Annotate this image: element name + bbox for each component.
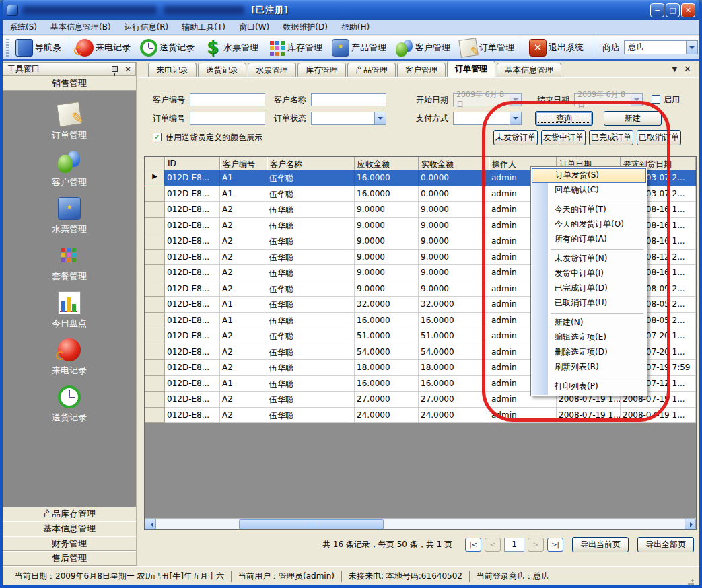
tab-inventory-management[interactable]: 库存管理: [297, 63, 346, 77]
tab-delivery-records[interactable]: 送货记录: [198, 63, 246, 77]
menu-basic-info-management[interactable]: 基本信息管理(B): [44, 20, 118, 34]
sidebar-section-after-sales[interactable]: 售后管理: [3, 551, 136, 566]
table-row[interactable]: 012D-E8... A2 伍华聪 24.0000 24.0000 admin …: [145, 408, 696, 424]
page-number-input[interactable]: [504, 538, 524, 552]
sidebar-close-icon[interactable]: ✕: [125, 65, 131, 74]
row-selector-cell[interactable]: [145, 313, 165, 329]
row-selector-cell[interactable]: [145, 281, 165, 297]
first-page-button[interactable]: |<: [465, 538, 481, 552]
tab-call-records[interactable]: 来电记录: [148, 63, 197, 77]
toolbar-grip[interactable]: [6, 39, 9, 57]
sidebar-delivery-records[interactable]: 送货记录: [52, 385, 87, 424]
context-item-refresh-list[interactable]: 刷新列表(R): [532, 360, 646, 375]
context-item-all-orders[interactable]: 所有的订单(A): [532, 232, 646, 247]
context-item-shipping-orders[interactable]: 发货中订单(I): [532, 266, 646, 281]
menu-runtime-info[interactable]: 运行信息(R): [118, 20, 176, 34]
context-item-new[interactable]: 新建(N): [532, 316, 646, 330]
order-no-input[interactable]: [190, 112, 265, 125]
context-item-edit-selected[interactable]: 编辑选定项(E): [532, 330, 646, 345]
customer-no-input[interactable]: [190, 93, 265, 106]
table-header-cell[interactable]: [145, 157, 165, 170]
chevron-down-icon[interactable]: [510, 112, 521, 124]
button-cancelled-orders[interactable]: 已取消订单: [637, 130, 681, 145]
row-selector-cell[interactable]: [145, 218, 165, 234]
search-button[interactable]: 查询: [535, 111, 593, 126]
scroll-left-arrow-icon[interactable]: [145, 519, 156, 529]
toolbar-inventory-management[interactable]: 库存管理: [263, 37, 327, 59]
maximize-button[interactable]: □: [666, 3, 680, 17]
row-selector-cell[interactable]: ▶: [145, 170, 165, 186]
sidebar-section-product-inventory[interactable]: 产品库存管理: [3, 507, 136, 521]
tab-product-management[interactable]: 产品管理: [347, 63, 396, 77]
horizontal-scrollbar[interactable]: [145, 518, 696, 529]
context-separator[interactable]: [551, 247, 646, 252]
row-selector-cell[interactable]: [145, 233, 165, 250]
toolbar-customer-management[interactable]: 客户管理: [391, 37, 455, 59]
menu-auxiliary-tools[interactable]: 辅助工具(T): [175, 20, 232, 34]
sidebar-section-basic-info[interactable]: 基本信息管理: [3, 521, 136, 536]
order-status-select[interactable]: [311, 112, 386, 125]
context-separator[interactable]: [551, 375, 646, 379]
sidebar-call-records[interactable]: 来电记录: [52, 338, 87, 377]
toolbar-water-ticket-management[interactable]: 水票管理: [199, 37, 263, 59]
row-selector-cell[interactable]: [145, 202, 165, 218]
delivery-color-checkbox[interactable]: ✓: [153, 133, 162, 141]
tab-water-ticket-management[interactable]: 水票管理: [248, 63, 296, 77]
export-all-pages-button[interactable]: 导出全部页: [637, 537, 694, 552]
toolbar-order-management[interactable]: 订单管理: [455, 37, 519, 59]
button-unshipped-orders[interactable]: 未发货订单: [493, 130, 538, 145]
minimize-button[interactable]: ─: [650, 3, 664, 17]
table-header-cell[interactable]: 客户编号: [220, 157, 267, 170]
context-item-today-shipped-orders[interactable]: 今天的发货订单(O): [532, 217, 646, 232]
toolbar-delivery-records[interactable]: 送货记录: [135, 37, 199, 59]
row-selector-cell[interactable]: [145, 392, 165, 408]
tab-basic-info-management[interactable]: 基本信息管理: [497, 63, 561, 77]
chevron-down-icon[interactable]: [374, 112, 386, 124]
table-header-cell[interactable]: 应收金额: [355, 157, 419, 170]
table-header-cell[interactable]: 客户名称: [267, 157, 355, 170]
start-date-picker[interactable]: 2009年 6月 8日: [453, 93, 522, 106]
toolbar-nav-bar[interactable]: 导航条: [11, 37, 66, 59]
row-selector-cell[interactable]: [145, 344, 165, 361]
sidebar-section-sales[interactable]: 销售管理: [3, 76, 136, 91]
table-header-cell[interactable]: 实收金额: [419, 157, 489, 170]
context-item-print-list[interactable]: 打印列表(P): [532, 379, 646, 394]
pin-icon[interactable]: [112, 66, 118, 72]
chevron-down-icon[interactable]: [686, 41, 697, 54]
sidebar-today-stocktake[interactable]: 今日盘点: [52, 291, 87, 330]
sidebar-package-management[interactable]: 套餐管理: [52, 244, 87, 283]
row-selector-cell[interactable]: [145, 250, 165, 266]
toolbar-product-management[interactable]: 产品管理: [327, 37, 391, 59]
context-item-receipt-confirm[interactable]: 回单确认(C): [532, 183, 646, 198]
customer-name-input[interactable]: [311, 93, 386, 106]
menu-help[interactable]: 帮助(H): [335, 20, 376, 34]
sidebar-customer-management[interactable]: 客户管理: [52, 150, 87, 188]
row-selector-cell[interactable]: [145, 297, 165, 313]
scroll-right-arrow-icon[interactable]: [685, 519, 696, 529]
last-page-button[interactable]: >|: [547, 538, 563, 552]
row-selector-cell[interactable]: [145, 376, 165, 392]
close-button[interactable]: ✕: [681, 3, 695, 17]
context-item-delete-selected[interactable]: 删除选定项(D): [532, 345, 646, 360]
context-separator[interactable]: [551, 311, 646, 316]
row-selector-cell[interactable]: [145, 360, 165, 376]
context-item-today-orders[interactable]: 今天的订单(T): [532, 203, 646, 217]
row-selector-cell[interactable]: [145, 265, 165, 281]
toolbar-call-records[interactable]: 来电记录: [69, 37, 135, 59]
end-date-picker[interactable]: 2009年 6月 8日: [574, 93, 643, 106]
resize-grip-icon[interactable]: [686, 577, 694, 585]
sidebar-water-ticket-management[interactable]: 水票管理: [52, 197, 87, 235]
enable-date-checkbox[interactable]: [652, 95, 660, 104]
sidebar-order-management[interactable]: 订单管理: [52, 103, 87, 141]
row-selector-cell[interactable]: [145, 186, 165, 203]
export-current-page-button[interactable]: 导出当前页: [572, 537, 629, 552]
context-item-ship-order[interactable]: 订单发货(S): [532, 168, 646, 183]
new-button[interactable]: 新建: [604, 111, 662, 126]
context-item-completed-orders[interactable]: 已完成订单(D): [532, 281, 646, 296]
row-selector-cell[interactable]: [145, 408, 165, 424]
menu-data-maintenance[interactable]: 数据维护(D): [276, 20, 335, 34]
toolbar-exit-system[interactable]: 退出系统: [522, 37, 588, 59]
menu-window[interactable]: 窗口(W): [232, 20, 276, 34]
context-item-unshipped-orders[interactable]: 未发货订单(N): [532, 252, 646, 266]
scrollbar-thumb[interactable]: [239, 519, 384, 529]
